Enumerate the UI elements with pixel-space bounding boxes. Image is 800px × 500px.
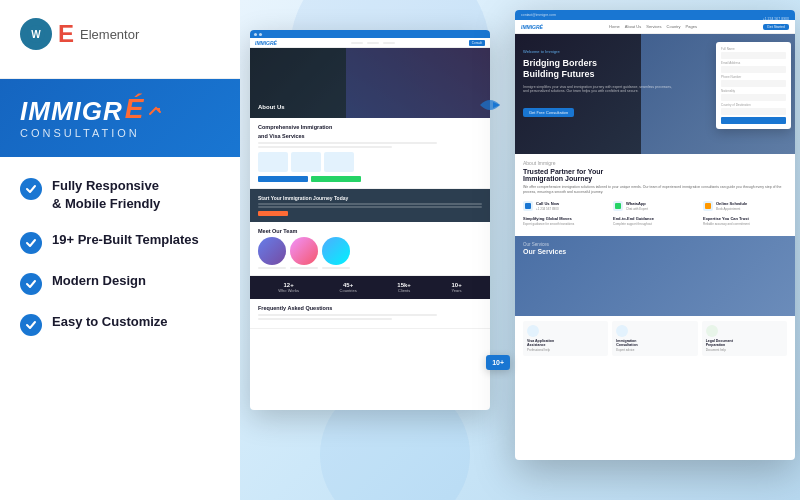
form-field-country[interactable] xyxy=(721,108,786,115)
service-icon-visa xyxy=(527,325,539,337)
left-mock-line-2 xyxy=(258,146,392,148)
right-feature-3: Online Schedule Book Appointment xyxy=(703,201,787,211)
left-mock-dark-title: Start Your Immigration Journey Today xyxy=(258,195,482,201)
hero-cta-btn[interactable]: Get Free Consultation xyxy=(523,108,574,117)
left-mock-hero: About Us xyxy=(250,48,490,118)
feature-schedule-icon xyxy=(703,201,713,211)
stat-1: 12+ Who Works xyxy=(278,282,299,293)
right-mock-services: Visa ApplicationAssistance Professional … xyxy=(515,316,795,361)
check-icon-3 xyxy=(20,273,42,295)
feature-desc-2: Chat with Expert xyxy=(626,207,648,211)
right-feature2-3: Expertise You Can Trust Reliable accurac… xyxy=(703,216,787,226)
team-photo-3 xyxy=(322,237,350,265)
service-name-3: Legal DocumentPreparation xyxy=(706,339,783,347)
form-field-email[interactable] xyxy=(721,66,786,73)
badge-10-plus: 10+ xyxy=(486,355,510,370)
form-label-nationality: Nationality xyxy=(721,89,786,93)
form-submit-btn[interactable] xyxy=(721,117,786,124)
team-name-1 xyxy=(258,267,286,269)
right-feature-2: WhatsApp Chat with Expert xyxy=(613,201,697,211)
check-icon-2 xyxy=(20,232,42,254)
feature-name-2: WhatsApp xyxy=(626,201,648,206)
faq-line-1 xyxy=(258,314,437,316)
team-name-2 xyxy=(290,267,318,269)
topbar-dot-1 xyxy=(254,33,257,36)
service-icon-1 xyxy=(258,152,288,172)
form-field-name[interactable] xyxy=(721,52,786,59)
feature-whatsapp-icon xyxy=(613,201,623,211)
right-mock-nav-items: Home About Us Services Country Pages xyxy=(609,24,697,29)
service-icon-legal xyxy=(706,325,718,337)
right-features-row-2: Simplifying Global Moves Expert guidance… xyxy=(523,216,787,226)
form-label-email: Email Address xyxy=(721,61,786,65)
left-cta-2[interactable] xyxy=(311,176,361,182)
service-desc-2: Expert advice xyxy=(616,348,693,352)
feature-text-3: Modern Design xyxy=(52,272,146,290)
brand-logo: IMMIGR É xyxy=(20,97,220,125)
left-mock-nav-btn: Consult xyxy=(469,40,485,46)
form-field-nationality[interactable] xyxy=(721,94,786,101)
right-main-title: Trusted Partner for YourImmigration Jour… xyxy=(523,168,787,182)
left-mock-hero-text: About Us xyxy=(258,104,285,110)
right-section-tag: About Immigre xyxy=(523,160,787,166)
right-mock-img-title: Our Services xyxy=(523,248,566,255)
feature-item-3: Modern Design xyxy=(20,272,220,295)
left-mock-section-1: Comprehensive Immigration and Visa Servi… xyxy=(250,118,490,189)
feature-item-1: Fully Responsive& Mobile Friendly xyxy=(20,177,220,213)
service-desc-1: Professional help xyxy=(527,348,604,352)
service-name-2: ImmigrationConsultation xyxy=(616,339,693,347)
feature-item-4: Easy to Customize xyxy=(20,313,220,336)
right-feature2-1: Simplifying Global Moves Expert guidance… xyxy=(523,216,607,226)
brand-banner: IMMIGR É CONSULTATION xyxy=(0,79,240,157)
team-photo-1 xyxy=(258,237,286,265)
service-card-1: Visa ApplicationAssistance Professional … xyxy=(523,321,608,356)
left-mock-title-2: and Visa Services xyxy=(258,133,482,139)
left-mock-nav-items xyxy=(351,42,395,44)
left-panel: W E Elementor IMMIGR É CONSULTATION xyxy=(0,0,240,500)
feature-item-2: 19+ Pre-Built Templates xyxy=(20,231,220,254)
mockup-left-topbar xyxy=(250,30,490,38)
features-list: Fully Responsive& Mobile Friendly 19+ Pr… xyxy=(0,157,240,500)
left-mock-dark-btn[interactable] xyxy=(258,211,288,216)
left-mock-stats: 12+ Who Works 45+ Countries 15k+ Clients… xyxy=(250,276,490,299)
hero-tag: Welcome to Immigre xyxy=(523,49,677,54)
topbar-dot-2 xyxy=(259,33,262,36)
team-photo-2 xyxy=(290,237,318,265)
right-mock-nav-btn[interactable]: Get Started xyxy=(763,24,789,30)
stat-3: 15k+ Clients xyxy=(397,282,411,293)
faq-line-2 xyxy=(258,318,392,320)
right-mock-topbar: contact@immigre.com +1 234 567 8900 xyxy=(515,10,795,20)
brand-banner-content: IMMIGR É CONSULTATION xyxy=(20,97,220,139)
arrow-decoration-icon xyxy=(475,90,505,120)
left-mock-team-section: Meet Our Team xyxy=(250,222,490,276)
wp-elementor-logo: W E Elementor xyxy=(20,18,220,50)
stat-2: 45+ Countries xyxy=(340,282,357,293)
brand-subtitle: CONSULTATION xyxy=(20,127,220,139)
left-mock-nav-logo: IMMIGRÉ xyxy=(255,40,277,46)
topbar-email: contact@immigre.com xyxy=(521,13,556,17)
right-mock-hero: Welcome to Immigre Bridging BordersBuild… xyxy=(515,34,795,154)
right-mock-nav: IMMIGRÉ Home About Us Services Country P… xyxy=(515,20,795,34)
hero-title: Bridging BordersBuilding Futures xyxy=(523,58,677,80)
feat2-name-3: Expertise You Can Trust xyxy=(703,216,787,221)
form-label-country: Country of Destination xyxy=(721,103,786,107)
wordpress-icon: W xyxy=(20,18,52,50)
brand-arrow-icon xyxy=(148,104,162,118)
left-cta-1[interactable] xyxy=(258,176,308,182)
right-mock-img-label: Our Services xyxy=(523,242,549,247)
right-mock-nav-logo: IMMIGRÉ xyxy=(521,24,543,30)
left-mock-dark-section: Start Your Immigration Journey Today xyxy=(250,189,490,222)
feat2-name-1: Simplifying Global Moves xyxy=(523,216,607,221)
mockup-desktop-right: contact@immigre.com +1 234 567 8900 IMMI… xyxy=(515,10,795,460)
form-label-name: Full Name xyxy=(721,47,786,51)
right-mock-img-section: Our Services Our Services xyxy=(515,236,795,316)
feature-name-1: Call Us Now xyxy=(536,201,559,206)
form-field-phone[interactable] xyxy=(721,80,786,87)
service-card-2: ImmigrationConsultation Expert advice xyxy=(612,321,697,356)
right-panel: IMMIGRÉ Consult About Us Comprehensive I… xyxy=(240,0,800,500)
right-features-row: Call Us Now +1 234 567 8900 WhatsApp Cha… xyxy=(523,201,787,211)
right-mock-topbar-right: +1 234 567 8900 xyxy=(763,10,789,24)
service-card-3: Legal DocumentPreparation Document help xyxy=(702,321,787,356)
elementor-label: Elementor xyxy=(80,27,139,42)
team-name-3 xyxy=(322,267,350,269)
